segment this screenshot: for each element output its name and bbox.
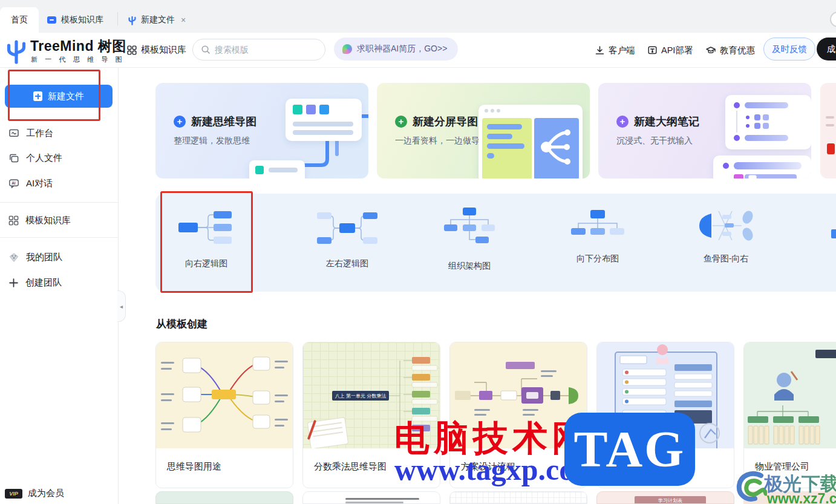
tab-divider [117,12,118,25]
sidebar-collapse-handle[interactable]: ◂ [117,290,126,322]
diagram-type-logic-both[interactable]: 左右逻辑图 [299,206,396,269]
grid-icon [127,45,137,55]
tab-template-library-label: 模板知识库 [61,15,103,25]
nav-template-library[interactable]: 模板知识库 [127,44,186,56]
treemind-logo [5,37,28,65]
plus-icon: + [395,116,407,128]
template-title: 思维导图用途 [167,461,221,473]
create-outline-title: 新建大纲笔记 [634,114,699,129]
plus-icon: + [616,116,629,128]
template-card-partial[interactable]: 学习计划表 [596,491,734,504]
ai-resume-text: 求职神器AI简历，GO>> [357,44,447,54]
template-card-mindmap-uses[interactable]: 思维导图用途 [155,342,293,488]
create-outline-card[interactable]: + 新建大纲笔记 沉浸式、无干扰输入 [598,83,811,178]
diagram-type-fishbone[interactable]: 鱼骨图-向右 [678,206,774,264]
sidebar-item-label: 个人文件 [26,152,62,164]
app-slogan: 新 一 代 思 维 导 图 [31,55,125,64]
template-title: 个人自我介绍 [608,461,662,473]
template-card-partial[interactable] [449,491,587,504]
fishbone-icon [694,206,757,245]
api-deploy-link[interactable]: API部署 [647,45,693,56]
diagram-type-label: 向下分布图 [549,254,646,264]
sidebar-divider [0,202,118,203]
client-download-label: 客户端 [609,45,635,56]
sidebar-item-label: 工作台 [26,128,53,139]
sidebar-item-label: AI对话 [26,178,53,189]
become-member-row[interactable]: VIP 成为会员 [5,488,64,499]
template-thumbnail: 八上 第一单元 分数乘法 [303,342,440,448]
tab-bar-avatar[interactable] [830,11,836,27]
browser-tab-bar: 首页 模板知识库 新建文件 × [0,0,836,33]
feedback-button[interactable]: 及时反馈 [763,38,815,61]
tab-close-icon[interactable]: × [181,15,186,25]
sidebar: 新建文件 工作台 个人文件 [0,68,119,504]
tab-home[interactable]: 首页 [0,7,39,33]
template-title: 方案设计流程 [461,461,515,473]
feedback-label: 及时反馈 [772,44,807,55]
diagram-type-org-chart[interactable]: 组织架构图 [421,206,518,272]
sidebar-item-template-library[interactable]: 模板知识库 [0,210,118,231]
sidebar-item-workbench[interactable]: 工作台 [0,123,118,143]
sidebar-item-label: 我的团队 [26,252,62,263]
treemind-home-screen: 首页 模板知识库 新建文件 × TreeMind 树图 新 一 代 思 维 导 … [0,0,836,504]
svg-text:AI: AI [11,180,16,185]
nav-template-library-label: 模板知识库 [141,44,186,56]
templates-heading: 从模板创建 [156,317,207,331]
become-member-text: 成为会员 [28,488,64,499]
ai-resume-banner[interactable]: 求职神器AI简历，GO>> [334,38,458,61]
sidebar-item-personal-files[interactable]: 个人文件 [0,148,118,168]
annotation-box-new-file [8,70,100,121]
search-input[interactable] [215,45,312,54]
download-icon [595,45,605,56]
template-card-partial[interactable] [743,491,836,504]
diagram-type-tree-down[interactable]: 向下分布图 [549,206,646,264]
create-splitview-card[interactable]: + 新建分屏导图 一边看资料，一边做导图 [377,83,590,178]
annotation-box-logic-right [160,191,253,293]
search-box[interactable] [192,39,325,61]
api-icon [647,45,658,56]
team-gem-icon [8,252,19,263]
tab-new-file-label: 新建文件 [141,15,175,25]
sidebar-item-create-team[interactable]: 创建团队 [0,272,118,293]
template-thumbnail [744,342,836,448]
create-mindmap-card[interactable]: + 新建思维导图 整理逻辑，发散思维 [155,83,368,178]
template-card-self-intro[interactable]: 个人自我介绍 [596,342,734,488]
diagram-type-label: 左右逻辑图 [299,258,396,269]
template-library-tab-icon [47,16,56,24]
tab-home-label: 首页 [11,15,28,25]
create-splitview-subtitle: 一边看资料，一边做导图 [395,136,488,146]
template-card-partial[interactable] [155,491,293,504]
search-icon [201,45,211,54]
sidebar-item-my-team[interactable]: 我的团队 [0,247,118,267]
ai-resume-icon [342,44,352,54]
sidebar-item-ai-chat[interactable]: AI AI对话 [0,173,118,194]
plan-header-chip: 学习计划表 [635,496,706,504]
template-card-partial[interactable] [302,491,440,504]
edu-discount-label: 教育优惠 [720,45,755,56]
sidebar-item-label: 创建团队 [25,277,62,289]
create-outline-subtitle: 沉浸式、无干扰输入 [616,136,699,146]
collapse-arrow-icon: ◂ [120,303,123,310]
template-title: 物业管理公司 [755,461,809,473]
client-download-link[interactable]: 客户端 [595,45,635,56]
edu-discount-link[interactable]: 教育优惠 [705,45,755,56]
tab-new-file[interactable]: 新建文件 × [121,7,193,33]
diagram-type-label: 组织架构图 [421,261,518,272]
diagram-type-label: 鱼骨图-向右 [678,254,774,264]
plus-icon [8,278,19,288]
graduation-cap-icon [705,45,716,56]
api-deploy-label: API部署 [661,45,693,56]
vip-badge: VIP [5,489,22,499]
become-member-button[interactable]: 成为会员 [817,38,836,61]
create-card-partial[interactable] [820,83,836,178]
create-splitview-title: 新建分屏导图 [413,114,478,129]
tab-template-library[interactable]: 模板知识库 [40,7,111,33]
template-card-fraction-math[interactable]: 八上 第一单元 分数乘法 分数乘法思维导图 [302,342,440,488]
grid-icon [8,215,19,226]
ai-chat-icon: AI [8,178,19,189]
sidebar-item-label: 模板知识库 [25,215,71,226]
template-card-property-mgmt[interactable]: 物业管理公司 [743,342,836,488]
template-card-design-flow[interactable]: 方案设计流程 [449,342,587,488]
app-header: TreeMind 树图 新 一 代 思 维 导 图 模板知识库 求职神器AI简历… [0,33,836,68]
template-thumbnail [450,342,587,448]
